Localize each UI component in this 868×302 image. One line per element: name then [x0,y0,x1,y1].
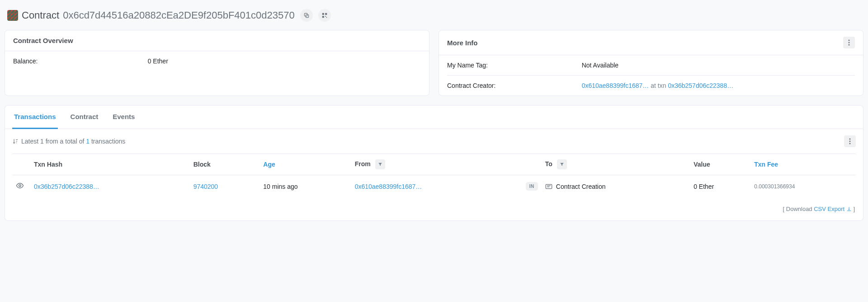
col-txhash: Txn Hash [30,154,190,175]
creator-txn-link[interactable]: 0x36b257d06c22388… [668,82,733,89]
col-fee[interactable]: Txn Fee [750,154,856,175]
svg-point-11 [849,141,851,142]
at-txn-text: at txn [649,82,668,89]
balance-label: Balance: [13,58,148,65]
nametag-value: Not Available [582,62,855,69]
view-tx-icon[interactable] [16,182,24,190]
col-to: To [542,154,690,175]
table-row: 0x36b257d06c22388… 9740200 10 mins ago 0… [12,175,856,198]
tab-contract[interactable]: Contract [69,105,100,129]
filter-to-button[interactable] [557,159,567,169]
transactions-table: Txn Hash Block Age From To [12,153,856,197]
filter-from-button[interactable] [375,159,385,169]
transactions-card: Transactions Contract Events Latest 1 fr… [5,105,863,221]
svg-rect-5 [325,16,326,17]
col-from: From [351,154,514,175]
copy-address-button[interactable] [300,9,313,22]
svg-rect-3 [325,13,327,15]
svg-point-10 [849,139,851,140]
col-age[interactable]: Age [259,154,351,175]
creator-label: Contract Creator: [447,82,582,89]
to-label: Contract Creation [556,183,606,190]
col-value: Value [690,154,750,175]
svg-point-8 [849,42,850,43]
svg-rect-6 [326,17,327,18]
svg-point-7 [849,40,850,41]
tabs: Transactions Contract Events [5,105,863,129]
tab-events[interactable]: Events [111,105,137,129]
svg-point-9 [849,44,850,46]
more-info-menu-button[interactable] [843,37,855,48]
contract-overview-card: Contract Overview Balance: 0 Ether [5,30,429,96]
nametag-label: My Name Tag: [447,62,582,69]
summary-text: Latest 1 from a total of 1 transactions [21,138,125,145]
card-title: Contract Overview [5,30,429,51]
contract-icon [545,184,552,189]
tx-fee: 0.000301366934 [750,175,856,198]
tx-age: 10 mins ago [259,175,351,198]
svg-point-13 [19,185,21,187]
block-link[interactable]: 9740200 [193,183,218,190]
card-title: More Info [447,39,478,47]
tab-transactions[interactable]: Transactions [12,105,58,129]
export-row: [ Download CSV Export ] [5,202,863,221]
svg-rect-4 [322,16,324,18]
more-info-card: More Info My Name Tag: Not Available Con… [439,30,863,96]
creator-address-link[interactable]: 0x610ae88399fc1687… [582,82,649,89]
tx-hash-link[interactable]: 0x36b257d06c22388… [34,183,99,190]
page-title: Contract [22,10,59,21]
contract-identicon [7,10,18,21]
page-header: Contract 0x6cd7d44516a20882cEa2DE9f205bF… [5,5,863,30]
total-tx-link[interactable]: 1 [86,138,90,145]
svg-point-12 [849,143,851,144]
tx-card-menu-button[interactable] [844,135,856,147]
col-block: Block [190,154,260,175]
from-address-link[interactable]: 0x610ae88399fc1687… [355,183,422,190]
svg-rect-2 [322,13,324,15]
balance-value: 0 Ether [148,58,421,65]
contract-address: 0x6cd7d44516a20882cEa2DE9f205bF401c0d235… [63,10,295,21]
tx-value: 0 Ether [690,175,750,198]
sort-icon[interactable] [12,138,19,144]
direction-badge: IN [526,182,538,191]
csv-export-link[interactable]: CSV Export [814,206,852,212]
qrcode-button[interactable] [318,9,331,22]
